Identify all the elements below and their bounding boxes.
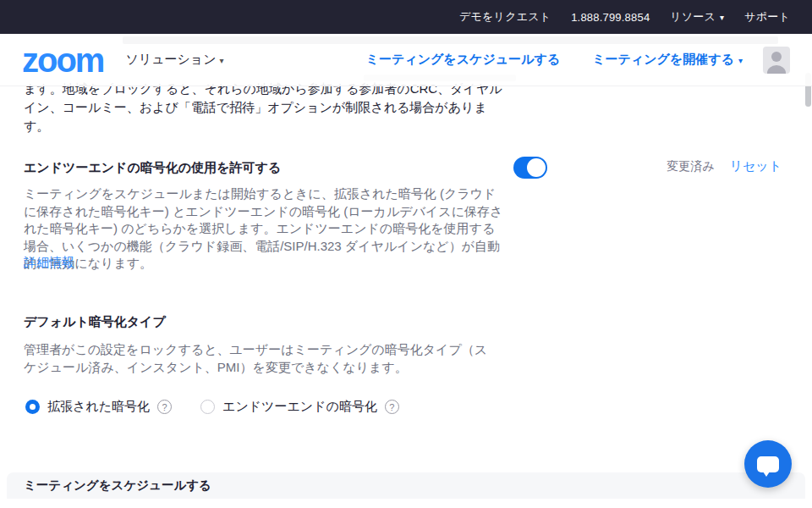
chat-bubble-icon <box>757 456 779 472</box>
setting-status-group: 変更済み リセット <box>667 158 782 174</box>
default-encryption-description: 管理者がこの設定をロックすると、ユーザーはミーティングの暗号化タイプ（スケジュー… <box>24 340 499 376</box>
chevron-down-icon: ▾ <box>720 13 724 22</box>
chat-fab-button[interactable] <box>744 440 792 488</box>
e2e-toggle[interactable] <box>513 157 547 179</box>
modified-badge: 変更済み <box>667 159 714 174</box>
toggle-knob <box>527 158 546 177</box>
learn-more-link[interactable]: 詳細情報 <box>24 255 74 271</box>
radio-selected-icon[interactable] <box>25 400 40 414</box>
avatar-person-icon <box>771 52 782 62</box>
user-avatar[interactable] <box>763 47 790 74</box>
request-demo-link[interactable]: デモをリクエスト <box>459 9 551 25</box>
chevron-down-icon: ▾ <box>220 56 224 65</box>
e2e-setting-title: エンドツーエンドの暗号化の使用を許可する <box>24 160 281 176</box>
reset-link[interactable]: リセット <box>730 158 782 174</box>
phone-number-link[interactable]: 1.888.799.8854 <box>571 11 650 24</box>
avatar-person-icon <box>767 65 786 74</box>
radio-option-e2e-encryption[interactable]: エンドツーエンドの暗号化 ? <box>200 399 399 415</box>
schedule-meeting-link[interactable]: ミーティングをスケジュールする <box>366 52 561 68</box>
default-encryption-title: デフォルト暗号化タイプ <box>24 314 166 330</box>
encryption-type-radio-group: 拡張された暗号化 ? エンドツーエンドの暗号化 ? <box>25 399 399 415</box>
section-title: ミーティングをスケジュールする <box>24 478 211 494</box>
radio-option-enhanced-encryption[interactable]: 拡張された暗号化 ? <box>25 399 172 415</box>
site-header: zoom ソリューション▾ ミーティングをスケジュールする ミーティングを開催す… <box>0 34 812 86</box>
zoom-logo[interactable]: zoom <box>22 43 103 77</box>
radio-option-label: 拡張された暗号化 <box>47 399 150 415</box>
help-icon[interactable]: ? <box>157 400 172 414</box>
section-header-schedule-meeting: ミーティングをスケジュールする <box>7 472 805 499</box>
radio-option-label: エンドツーエンドの暗号化 <box>222 399 377 415</box>
help-icon[interactable]: ? <box>385 400 399 414</box>
chevron-down-icon: ▾ <box>738 56 743 65</box>
e2e-setting-description: ミーティングをスケジュールまたは開始するときに、拡張された暗号化 (クラウドに保… <box>24 185 508 273</box>
zoom-settings-page: デモをリクエスト 1.888.799.8854 リソース▾ サポート ます。地域… <box>0 0 812 508</box>
solutions-menu[interactable]: ソリューション▾ <box>125 52 223 68</box>
support-link[interactable]: サポート <box>744 9 790 25</box>
radio-unselected-icon[interactable] <box>200 400 215 414</box>
host-meeting-menu[interactable]: ミーティングを開催する▾ <box>592 52 743 68</box>
clipped-paragraph: ます。地域をブロックすると、それらの地域から参加する参加者のCRC、ダイヤルイン… <box>24 80 508 135</box>
resources-menu[interactable]: リソース▾ <box>670 9 724 25</box>
top-utility-bar: デモをリクエスト 1.888.799.8854 リソース▾ サポート <box>0 0 812 34</box>
